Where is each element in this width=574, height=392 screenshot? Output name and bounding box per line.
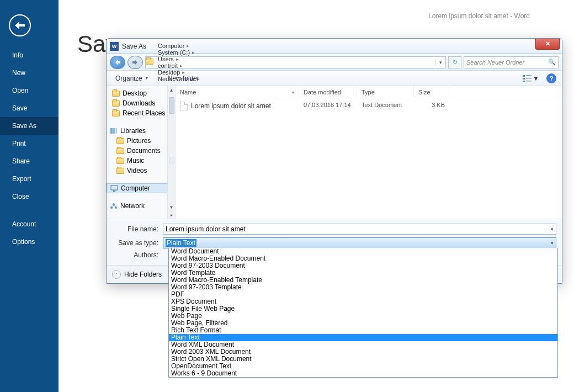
svg-rect-6 [523,78,525,80]
type-option[interactable]: Word 97-2003 Document [169,262,557,269]
tree-scrollbar[interactable]: ▲ ▼ ▸ [167,86,175,219]
svg-rect-13 [111,186,118,190]
folder-icon [116,148,124,154]
folder-icon [112,100,120,107]
type-option[interactable]: Word 97-2003 Template [169,284,557,291]
tree-item-music[interactable]: Music [107,156,175,166]
file-icon [180,102,188,110]
column-type[interactable]: Type [357,86,414,98]
svg-point-16 [110,206,113,209]
svg-point-17 [115,206,117,209]
close-button[interactable]: ✕ [535,39,560,50]
svg-rect-5 [526,75,532,76]
file-list-header: Name▴ Date modified Type Size [176,86,562,98]
svg-rect-14 [113,190,115,192]
view-options-button[interactable]: ▼ [520,73,542,84]
new-folder-button[interactable]: New folder [164,73,203,83]
svg-rect-12 [116,128,117,134]
scroll-down-icon[interactable]: ▼ [168,203,175,211]
backstage-item-save[interactable]: Save [0,99,59,117]
arrow-right-icon [132,59,139,66]
arrow-left-icon [114,59,121,66]
backstage-item-print[interactable]: Print [0,135,59,152]
word-icon: W [110,42,119,51]
file-name-label: File name: [112,225,163,233]
folder-icon [116,168,124,174]
breadcrumb-segment[interactable]: Computer▸ [155,43,202,49]
dialog-toolbar: Organize▼ New folder ▼ ? [107,71,562,86]
tree-item-recent-places[interactable]: Recent Places [107,108,175,118]
chevron-down-icon: ▾ [551,240,554,246]
dialog-title: Save As [122,43,146,50]
backstage-item-share[interactable]: Share [0,152,59,170]
column-name[interactable]: Name▴ [176,86,299,98]
backstage-item-options[interactable]: Options [0,233,59,251]
address-bar[interactable]: Computer▸System (C:)▸Users▸controit▸Desk… [145,56,446,68]
column-date[interactable]: Date modified [299,86,357,98]
type-option[interactable]: Rich Text Format [169,327,557,334]
svg-rect-8 [523,81,525,82]
save-type-dropdown: Word DocumentWord Macro-Enabled Document… [168,248,558,378]
hide-folders-button[interactable]: ˄ Hide Folders [112,270,162,279]
chevron-right-icon: ▸ [176,56,179,62]
computer-icon [110,185,118,192]
backstage-item-account[interactable]: Account [0,215,59,233]
type-option[interactable]: Single File Web Page [169,305,557,312]
svg-rect-10 [110,128,113,134]
backstage-item-info[interactable]: Info [0,46,59,64]
search-icon: 🔍 [548,59,556,66]
scroll-up-icon[interactable]: ▲ [168,86,175,94]
folder-icon [116,158,124,164]
breadcrumb-segment[interactable]: Users▸ [155,56,202,62]
column-size[interactable]: Size [414,86,449,98]
back-button[interactable] [9,14,31,36]
folder-icon [112,110,120,116]
network-icon [110,203,118,209]
search-placeholder: Search Neuer Ordner [466,59,548,66]
breadcrumb-segment[interactable]: System (C:)▸ [155,49,202,56]
organize-button[interactable]: Organize▼ [112,73,152,83]
nav-back-button[interactable] [110,56,125,69]
tree-libraries[interactable]: Libraries [107,126,175,136]
tree-item-videos[interactable]: Videos [107,166,175,176]
window-title: Lorem ipsum dolor sit amet - Word [428,12,530,20]
backstage-item-new[interactable]: New [0,64,59,82]
type-option[interactable]: Web Page, Filtered [169,320,557,327]
save-type-select[interactable]: Plain Text▾ [163,237,556,248]
backstage-sidebar: InfoNewOpenSaveSave AsPrintShareExportCl… [0,0,59,392]
authors-label: Authors: [112,251,163,259]
arrow-left-icon [15,22,25,29]
svg-point-15 [113,203,115,205]
tree-item-pictures[interactable]: Pictures [107,136,175,146]
address-dropdown[interactable]: ▾ [435,60,445,65]
tree-computer[interactable]: Computer [107,183,175,193]
nav-forward-button[interactable] [127,56,143,69]
file-row[interactable]: Lorem ipsum dolor sit amet07.03.2018 17:… [176,98,562,114]
backstage-item-close[interactable]: Close [0,188,59,205]
backstage-item-open[interactable]: Open [0,82,59,99]
file-name-input[interactable]: Lorem ipsum dolor sit amet▾ [163,224,556,235]
refresh-button[interactable]: ↻ [448,56,461,68]
help-button[interactable]: ? [546,73,556,83]
tree-network[interactable]: Network [107,201,175,211]
chevron-right-icon: ▸ [192,50,195,55]
backstage-item-export[interactable]: Export [0,170,59,188]
chevron-right-icon: ▸ [187,43,189,49]
breadcrumb-segment[interactable]: controit▸ [155,62,202,69]
tree-item-downloads[interactable]: Downloads [107,98,175,108]
scroll-handle[interactable] [169,157,174,163]
backstage-item-save-as[interactable]: Save As [0,117,59,135]
scroll-right-icon[interactable]: ▸ [168,211,175,219]
type-option[interactable]: Works 6 - 9 Document [169,370,557,377]
chevron-down-icon: ▼ [533,75,539,82]
scroll-thumb[interactable] [169,97,174,114]
sort-indicator-icon: ▴ [292,89,294,94]
chevron-down-icon: ▾ [551,226,554,232]
type-option[interactable]: PDF [169,291,557,298]
folder-icon [112,91,120,97]
svg-rect-7 [526,78,532,79]
search-input[interactable]: Search Neuer Ordner 🔍 [464,56,559,68]
tree-item-documents[interactable]: Documents [107,146,175,156]
libraries-icon [110,128,118,134]
tree-item-desktop[interactable]: Desktop [107,88,175,98]
